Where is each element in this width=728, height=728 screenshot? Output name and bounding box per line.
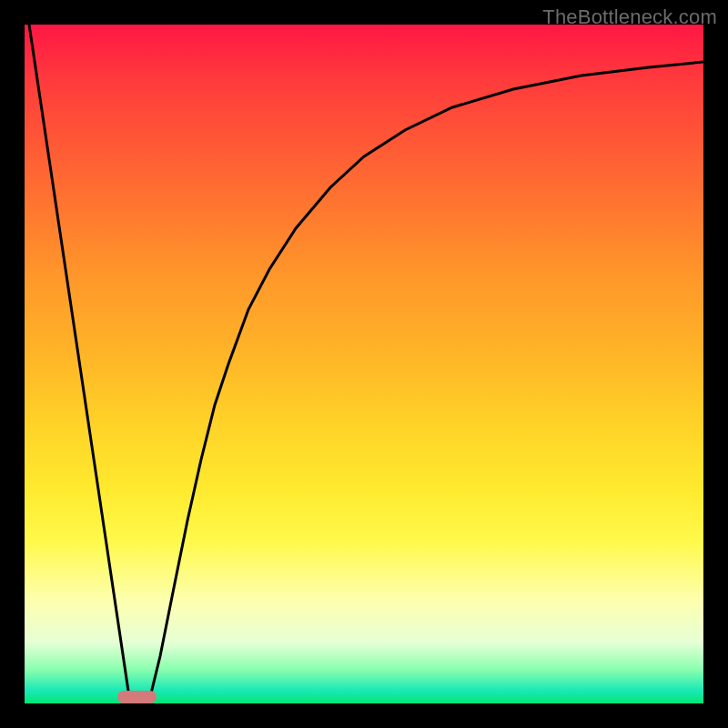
minimum-marker: [117, 691, 157, 703]
chart-frame: TheBottleneck.com: [0, 0, 728, 728]
watermark-text: TheBottleneck.com: [542, 5, 717, 29]
left-line-path: [29, 25, 129, 697]
curves-svg: [25, 25, 703, 703]
right-curve-path: [150, 62, 703, 697]
plot-area: [25, 25, 703, 703]
